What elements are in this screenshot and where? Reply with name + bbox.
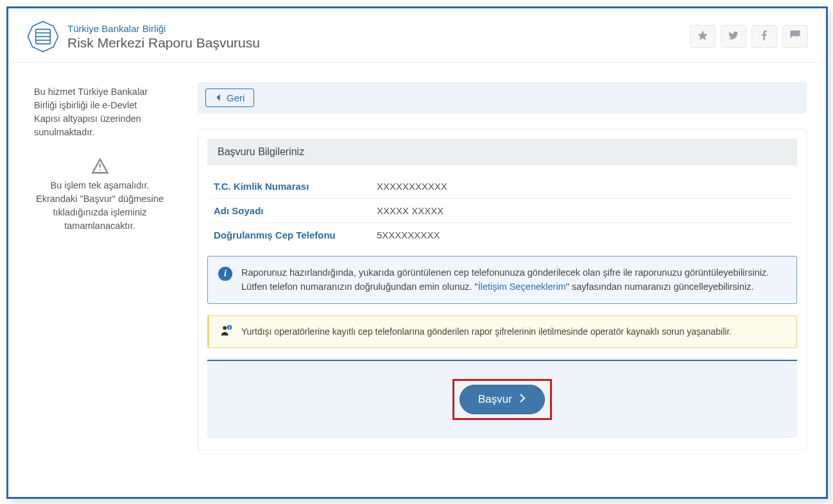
social-buttons (690, 25, 808, 48)
info-icon: i (218, 267, 232, 281)
main-content: Geri Başvuru Bilgileriniz T.C. Kimlik Nu… (185, 63, 826, 469)
org-logo (26, 20, 60, 53)
star-button[interactable] (690, 25, 716, 48)
alert-warning: Yurtdışı operatörlerine kayıtlı cep tele… (207, 315, 797, 348)
chevron-left-icon (215, 92, 221, 103)
info-label: Adı Soyadı (210, 205, 377, 216)
back-button[interactable]: Geri (205, 88, 254, 107)
user-alert-icon (219, 324, 234, 340)
section-heading: Başvuru Bilgileriniz (207, 139, 797, 165)
info-rows: T.C. Kimlik Numarası XXXXXXXXXXX Adı Soy… (207, 174, 797, 247)
page-body: Bu hizmet Türkiye Bankalar Birliği işbir… (8, 62, 826, 469)
info-row: Adı Soyadı XXXXX XXXXX (210, 199, 794, 223)
facebook-icon (759, 29, 770, 44)
warning-icon (34, 157, 166, 175)
alert-info-suffix: " sayfasından numaranızı güncelleyebilir… (566, 281, 754, 292)
org-name: Türkiye Bankalar Birliği (67, 23, 260, 34)
submit-button-label: Başvur (478, 393, 512, 406)
info-label: Doğrulanmış Cep Telefonu (210, 230, 377, 240)
info-value: XXXXX XXXXX (377, 205, 443, 216)
highlight-box: Başvur (452, 379, 552, 420)
action-bar: Başvur (207, 360, 797, 438)
svg-rect-9 (229, 326, 230, 328)
comment-icon (789, 29, 801, 44)
sidebar-info-text: Bu hizmet Türkiye Bankalar Birliği işbir… (34, 87, 148, 137)
alert-warning-text: Yurtdışı operatörlerine kayıtlı cep tele… (241, 326, 732, 337)
twitter-icon (728, 29, 739, 44)
sidebar: Bu hizmet Türkiye Bankalar Birliği işbir… (8, 63, 185, 469)
info-row: Doğrulanmış Cep Telefonu 5XXXXXXXXX (210, 223, 794, 247)
alert-info-text: Raporunuz hazırlandığında, yukarıda görü… (241, 265, 786, 294)
twitter-button[interactable] (721, 25, 746, 48)
facebook-button[interactable] (751, 25, 777, 48)
star-icon (697, 29, 708, 44)
alert-info: i Raporunuz hazırlandığında, yukarıda gö… (207, 256, 797, 304)
sidebar-warning-text: Bu işlem tek aşamalıdır. Ekrandaki "Başv… (36, 180, 164, 231)
form-panel: Başvuru Bilgileriniz T.C. Kimlik Numaras… (198, 129, 807, 450)
back-button-label: Geri (227, 92, 245, 103)
app-window: Türkiye Bankalar Birliği Risk Merkezi Ra… (6, 6, 828, 499)
svg-point-6 (99, 169, 101, 171)
breadcrumb-bar: Geri (198, 82, 807, 113)
info-row: T.C. Kimlik Numarası XXXXXXXXXXX (210, 174, 794, 199)
info-label: T.C. Kimlik Numarası (210, 181, 377, 192)
comment-button[interactable] (782, 25, 808, 48)
chevron-right-icon (519, 393, 526, 406)
contact-options-link[interactable]: İletişim Seçeneklerim (478, 281, 566, 292)
svg-rect-10 (229, 328, 230, 329)
svg-point-7 (223, 326, 227, 330)
sidebar-info-warning: Bu işlem tek aşamalıdır. Ekrandaki "Başv… (34, 157, 166, 233)
info-value: XXXXXXXXXXX (377, 181, 447, 192)
header-titles: Türkiye Bankalar Birliği Risk Merkezi Ra… (67, 23, 260, 51)
sidebar-info-provider: Bu hizmet Türkiye Bankalar Birliği işbir… (34, 85, 166, 139)
submit-button[interactable]: Başvur (459, 385, 545, 414)
page-title: Risk Merkezi Raporu Başvurusu (67, 35, 260, 51)
header-left: Türkiye Bankalar Birliği Risk Merkezi Ra… (26, 20, 260, 53)
info-value: 5XXXXXXXXX (377, 230, 440, 240)
page-header: Türkiye Bankalar Birliği Risk Merkezi Ra… (8, 8, 826, 62)
